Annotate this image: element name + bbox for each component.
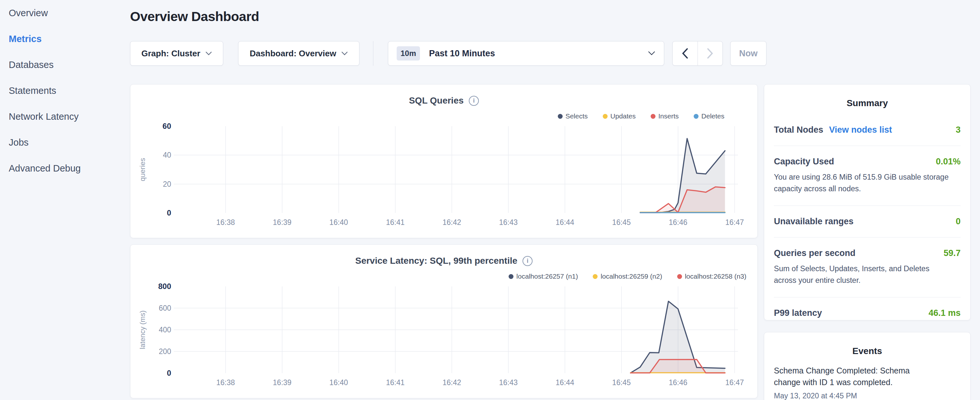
service-latency-chart-title: Service Latency: SQL, 99th percentile xyxy=(355,256,517,266)
graph-scope-dropdown-label: Graph: Cluster xyxy=(142,49,200,59)
svg-text:16:44: 16:44 xyxy=(555,378,574,387)
events-panel: Events Schema Change Completed: Schema c… xyxy=(764,332,970,400)
summary-row-p99-latency: P99 latency 46.1 ms xyxy=(774,297,961,329)
summary-panel: Summary Total Nodes View nodes list 3 Ca… xyxy=(764,84,970,320)
svg-text:16:39: 16:39 xyxy=(273,378,291,387)
event-text: Schema Change Completed: Schema change w… xyxy=(774,365,929,388)
summary-row-total-nodes: Total Nodes View nodes list 3 xyxy=(774,114,961,146)
svg-text:16:43: 16:43 xyxy=(499,218,518,226)
svg-text:16:44: 16:44 xyxy=(555,218,574,226)
svg-text:20: 20 xyxy=(163,180,171,188)
sidebar-item-jobs[interactable]: Jobs xyxy=(0,129,129,155)
sidebar-nav: Overview Metrics Databases Statements Ne… xyxy=(0,0,129,400)
sql-queries-plot[interactable]: 16:3816:3916:4016:4116:4216:4316:4416:45… xyxy=(130,84,757,238)
queries-per-second-label: Queries per second xyxy=(774,248,856,258)
legend-item: localhost:26258 (n3) xyxy=(677,273,746,280)
chevron-down-icon xyxy=(341,51,348,55)
time-step-back-button[interactable] xyxy=(673,41,698,65)
chevron-down-icon xyxy=(205,51,212,55)
sidebar-item-statements[interactable]: Statements xyxy=(0,78,129,104)
info-icon[interactable]: i xyxy=(469,96,479,106)
service-latency-chart-card: 16:3816:3916:4016:4116:4216:4316:4416:45… xyxy=(130,244,758,398)
svg-text:queries: queries xyxy=(138,158,146,181)
svg-text:16:47: 16:47 xyxy=(725,378,744,387)
queries-per-second-description: Sum of Selects, Updates, Inserts, and De… xyxy=(774,263,950,287)
now-button[interactable]: Now xyxy=(730,41,767,66)
legend-color-dot-icon xyxy=(603,114,608,119)
summary-row-unavailable-ranges: Unavailable ranges 0 xyxy=(774,206,961,237)
legend-color-dot-icon xyxy=(558,114,563,119)
chevron-down-icon xyxy=(648,51,655,56)
capacity-used-value: 0.01% xyxy=(935,157,961,167)
time-range-badge: 10m xyxy=(397,46,420,61)
svg-text:16:41: 16:41 xyxy=(386,218,405,226)
svg-text:16:42: 16:42 xyxy=(442,378,461,387)
svg-text:200: 200 xyxy=(159,347,171,356)
sidebar-item-metrics[interactable]: Metrics xyxy=(0,26,129,52)
legend-color-dot-icon xyxy=(651,114,655,119)
page-title: Overview Dashboard xyxy=(130,9,259,24)
capacity-used-description: You are using 28.6 MiB of 515.9 GiB usab… xyxy=(774,171,950,195)
queries-per-second-value: 59.7 xyxy=(943,248,961,258)
svg-text:16:43: 16:43 xyxy=(499,378,518,387)
p99-latency-label: P99 latency xyxy=(774,308,822,318)
summary-row-queries-per-second: Queries per second 59.7 Sum of Selects, … xyxy=(774,237,961,297)
legend-item: Inserts xyxy=(651,112,679,120)
svg-text:16:39: 16:39 xyxy=(273,218,291,226)
legend-color-dot-icon xyxy=(694,114,698,119)
now-button-label: Now xyxy=(739,49,758,59)
view-nodes-list-link[interactable]: View nodes list xyxy=(829,125,892,135)
svg-text:16:40: 16:40 xyxy=(329,218,348,226)
svg-text:16:45: 16:45 xyxy=(612,218,631,226)
svg-text:0: 0 xyxy=(167,369,171,377)
svg-text:16:38: 16:38 xyxy=(216,378,235,387)
sql-queries-chart-card: 16:3816:3916:4016:4116:4216:4316:4416:45… xyxy=(130,84,758,238)
info-icon[interactable]: i xyxy=(522,256,533,266)
capacity-used-label: Capacity Used xyxy=(774,157,834,167)
unavailable-ranges-value: 0 xyxy=(956,217,961,226)
svg-text:16:41: 16:41 xyxy=(386,378,405,387)
time-step-forward-button[interactable] xyxy=(698,41,723,65)
svg-text:0: 0 xyxy=(167,209,171,217)
svg-text:800: 800 xyxy=(158,282,171,291)
svg-text:latency (ms): latency (ms) xyxy=(138,310,146,349)
svg-text:16:46: 16:46 xyxy=(669,218,687,226)
sidebar-item-overview[interactable]: Overview xyxy=(0,0,129,26)
total-nodes-value: 3 xyxy=(956,125,961,135)
overview-dashboard-page: { "sidebar": { "items": [ { "label": "Ov… xyxy=(0,0,980,400)
legend-item: Deletes xyxy=(694,112,724,120)
svg-text:600: 600 xyxy=(159,304,171,312)
service-latency-plot[interactable]: 16:3816:3916:4016:4116:4216:4316:4416:45… xyxy=(130,245,757,398)
legend-color-dot-icon xyxy=(593,274,598,279)
chevron-left-icon xyxy=(681,48,689,59)
p99-latency-value: 46.1 ms xyxy=(929,308,961,318)
sql-queries-legend: SelectsUpdatesInsertsDeletes xyxy=(558,112,724,120)
svg-text:40: 40 xyxy=(163,151,171,159)
sql-queries-chart-title: SQL Queries xyxy=(409,96,464,106)
events-panel-title: Events xyxy=(764,332,970,356)
svg-text:16:47: 16:47 xyxy=(725,218,744,226)
svg-text:16:40: 16:40 xyxy=(329,378,348,387)
unavailable-ranges-label: Unavailable ranges xyxy=(774,217,853,226)
dashboard-dropdown-label: Dashboard: Overview xyxy=(250,49,336,59)
legend-item: localhost:26259 (n2) xyxy=(593,273,662,280)
sidebar-item-network-latency[interactable]: Network Latency xyxy=(0,104,129,129)
svg-text:16:45: 16:45 xyxy=(612,378,631,387)
legend-color-dot-icon xyxy=(509,274,514,279)
graph-scope-dropdown[interactable]: Graph: Cluster xyxy=(130,41,223,66)
svg-text:60: 60 xyxy=(162,122,171,131)
summary-rows: Total Nodes View nodes list 3 Capacity U… xyxy=(764,108,970,329)
dashboard-controls: Graph: Cluster Dashboard: Overview 10m P… xyxy=(130,41,767,66)
sidebar-item-advanced-debug[interactable]: Advanced Debug xyxy=(0,155,129,181)
time-range-label: Past 10 Minutes xyxy=(429,49,495,59)
legend-item: Updates xyxy=(603,112,636,120)
legend-item: Selects xyxy=(558,112,588,120)
event-timestamp: May 13, 2020 at 4:45 PM xyxy=(774,392,961,400)
legend-item: localhost:26257 (n1) xyxy=(509,273,578,280)
event-list-item[interactable]: Schema Change Completed: Schema change w… xyxy=(764,356,970,400)
sidebar-item-databases[interactable]: Databases xyxy=(0,52,129,78)
time-range-selector[interactable]: 10m Past 10 Minutes xyxy=(388,41,664,66)
service-latency-legend: localhost:26257 (n1)localhost:26259 (n2)… xyxy=(509,273,746,280)
dashboard-dropdown[interactable]: Dashboard: Overview xyxy=(238,41,360,66)
svg-text:16:42: 16:42 xyxy=(442,218,461,226)
